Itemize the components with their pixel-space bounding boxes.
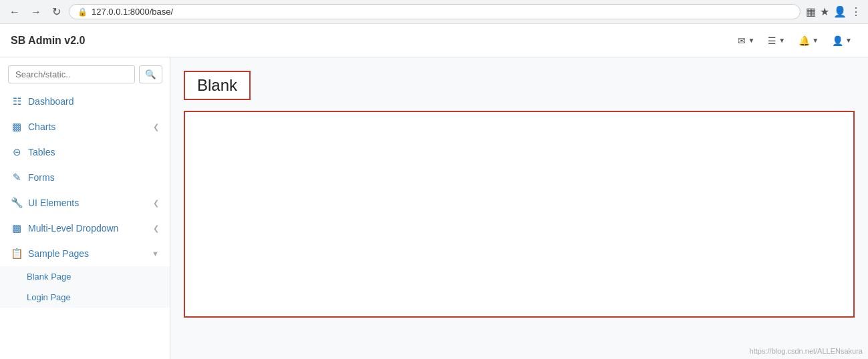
- sidebar: 🔍 ☷ Dashboard ▩ Charts ❮ ⊝ Tables ✎ Form…: [0, 57, 170, 359]
- sidebar-item-dashboard[interactable]: ☷ Dashboard: [0, 89, 170, 114]
- address-bar[interactable]: 🔒 127.0.0.1:8000/base/: [69, 4, 801, 19]
- header-icons: ✉ ▼ ☰ ▼ 🔔 ▼ 👤 ▼: [732, 31, 857, 50]
- sidebar-item-ui-elements[interactable]: 🔧 UI Elements ❮: [0, 190, 170, 216]
- search-input[interactable]: [8, 65, 135, 83]
- browser-bar: ← → ↻ 🔒 127.0.0.1:8000/base/ ▦ ★ 👤 ⋮: [0, 0, 868, 24]
- sidebar-item-label: Tables: [28, 147, 159, 157]
- charts-icon: ▩: [11, 121, 23, 133]
- url-text: 127.0.0.1:8000/base/: [92, 7, 173, 17]
- ui-elements-icon: 🔧: [11, 197, 23, 209]
- app-header: SB Admin v2.0 ✉ ▼ ☰ ▼ 🔔 ▼ 👤 ▼: [0, 24, 868, 57]
- email-icon: ✉: [738, 35, 746, 46]
- search-button[interactable]: 🔍: [139, 65, 162, 83]
- profile-button[interactable]: 👤: [833, 5, 847, 18]
- browser-icons: ▦ ★ 👤 ⋮: [806, 5, 861, 18]
- sidebar-item-forms[interactable]: ✎ Forms: [0, 165, 170, 190]
- login-page-label: Login Page: [27, 292, 71, 302]
- list-chevron-icon: ▼: [778, 37, 785, 44]
- sidebar-subitem-login-page[interactable]: Login Page: [0, 287, 170, 308]
- sample-chevron-icon: ▼: [152, 250, 159, 258]
- content-area: [184, 111, 855, 318]
- list-dropdown-button[interactable]: ☰ ▼: [762, 31, 790, 50]
- email-chevron-icon: ▼: [748, 37, 754, 44]
- sidebar-item-label: Forms: [28, 172, 159, 183]
- multi-level-icon: ▩: [11, 222, 23, 234]
- layout: 🔍 ☷ Dashboard ▩ Charts ❮ ⊝ Tables ✎ Form…: [0, 57, 868, 359]
- sidebar-item-sample-pages[interactable]: 📋 Sample Pages ▼: [0, 241, 170, 266]
- cast-button[interactable]: ▦: [806, 5, 816, 18]
- page-title: Blank: [197, 76, 237, 95]
- list-icon: ☰: [768, 35, 776, 46]
- sidebar-item-label: Dashboard: [28, 96, 159, 107]
- forward-button[interactable]: →: [28, 5, 44, 19]
- app-title: SB Admin v2.0: [11, 35, 85, 47]
- sidebar-item-tables[interactable]: ⊝ Tables: [0, 139, 170, 165]
- main-content: Blank https://blog.csdn.net/ALLENsakura: [170, 57, 868, 359]
- dashboard-icon: ☷: [11, 95, 23, 107]
- tables-icon: ⊝: [11, 146, 23, 158]
- charts-chevron-icon: ❮: [153, 123, 159, 131]
- multi-chevron-icon: ❮: [153, 224, 159, 233]
- blank-page-label: Blank Page: [27, 272, 71, 282]
- sidebar-item-label: Sample Pages: [28, 248, 146, 259]
- user-icon: 👤: [832, 35, 843, 46]
- search-container: 🔍: [0, 57, 170, 89]
- ui-chevron-icon: ❮: [153, 199, 159, 208]
- bell-dropdown-button[interactable]: 🔔 ▼: [793, 31, 824, 50]
- lock-icon: 🔒: [78, 7, 88, 17]
- bookmark-button[interactable]: ★: [820, 5, 829, 18]
- back-button[interactable]: ←: [7, 5, 23, 19]
- email-dropdown-button[interactable]: ✉ ▼: [732, 31, 760, 50]
- sidebar-item-label: Charts: [28, 121, 148, 132]
- user-dropdown-button[interactable]: 👤 ▼: [827, 31, 857, 50]
- menu-button[interactable]: ⋮: [851, 5, 861, 18]
- sidebar-item-label: Multi-Level Dropdown: [28, 223, 148, 234]
- page-title-box: Blank: [184, 71, 251, 100]
- sidebar-subitem-blank-page[interactable]: Blank Page: [0, 266, 170, 287]
- sidebar-item-multi-level[interactable]: ▩ Multi-Level Dropdown ❮: [0, 216, 170, 241]
- bell-icon: 🔔: [799, 35, 810, 46]
- sample-pages-icon: 📋: [11, 248, 23, 260]
- refresh-button[interactable]: ↻: [49, 4, 63, 19]
- forms-icon: ✎: [11, 171, 23, 184]
- sidebar-item-charts[interactable]: ▩ Charts ❮: [0, 114, 170, 139]
- bell-chevron-icon: ▼: [812, 37, 819, 44]
- sidebar-item-label: UI Elements: [28, 198, 148, 208]
- watermark: https://blog.csdn.net/ALLENsakura: [750, 347, 863, 355]
- user-chevron-icon: ▼: [845, 37, 852, 44]
